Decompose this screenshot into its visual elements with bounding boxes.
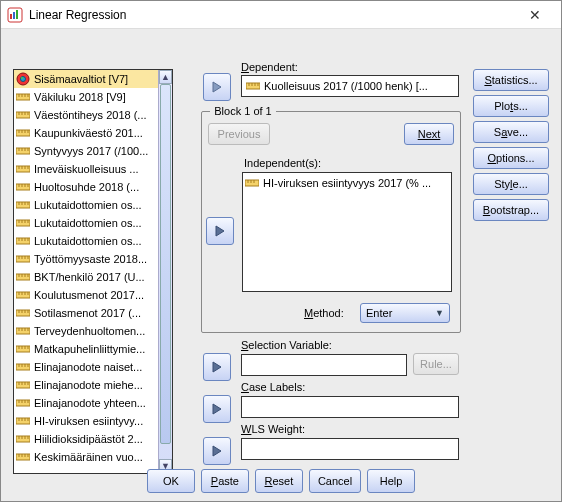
svg-rect-117 [245, 180, 259, 186]
move-to-wls-button[interactable] [203, 437, 231, 465]
bottom-button-bar: OK Paste Reset Cancel Help [1, 469, 561, 493]
scale-icon [16, 182, 30, 192]
svg-rect-2 [13, 12, 15, 19]
independent-label: Independent(s): [244, 157, 321, 169]
variable-list[interactable]: Sisämaavaltiot [V7]Väkiluku 2018 [V9]Väe… [13, 69, 173, 474]
scale-icon [16, 92, 30, 102]
scale-icon [16, 200, 30, 210]
chevron-down-icon: ▼ [435, 308, 444, 318]
selection-variable-label: Selection Variable: [241, 339, 332, 351]
cancel-button[interactable]: Cancel [309, 469, 361, 493]
scale-icon [16, 164, 30, 174]
scale-icon [16, 308, 30, 318]
variable-row[interactable]: Keskimääräinen vuo... [14, 448, 164, 466]
scale-icon [16, 452, 30, 462]
svg-rect-3 [16, 10, 18, 19]
wls-weight-field[interactable] [241, 438, 459, 460]
variable-row[interactable]: Elinajanodote naiset... [14, 358, 164, 376]
scale-icon [16, 434, 30, 444]
block-group: Block 1 of 1 Previous Next Independent(s… [201, 105, 461, 333]
scale-icon [16, 218, 30, 228]
scale-icon [16, 236, 30, 246]
variable-row[interactable]: Lukutaidottomien os... [14, 232, 164, 250]
statistics-button[interactable]: Statistics... [473, 69, 549, 91]
titlebar: Linear Regression ✕ [1, 1, 561, 29]
case-labels-label: Case Labels: [241, 381, 305, 393]
variable-row[interactable]: Lukutaidottomien os... [14, 214, 164, 232]
move-to-selection-button[interactable] [203, 353, 231, 381]
variable-row[interactable]: Kaupunkiväestö 201... [14, 124, 164, 142]
variable-row[interactable]: Hiilidioksidipäästöt 2... [14, 430, 164, 448]
variable-row[interactable]: Sotilasmenot 2017 (... [14, 304, 164, 322]
variable-row[interactable]: Koulutusmenot 2017... [14, 286, 164, 304]
scale-icon [16, 146, 30, 156]
variable-row[interactable]: Huoltosuhde 2018 (... [14, 178, 164, 196]
variable-row[interactable]: Matkapuhelinliittymie... [14, 340, 164, 358]
variable-row[interactable]: Elinajanodote yhteen... [14, 394, 164, 412]
svg-rect-1 [10, 14, 12, 19]
previous-button: Previous [208, 123, 270, 145]
variable-row[interactable]: BKT/henkilö 2017 (U... [14, 268, 164, 286]
case-labels-field[interactable] [241, 396, 459, 418]
scale-icon [245, 178, 259, 188]
method-combo[interactable]: Enter▼ [360, 303, 450, 323]
scrollbar[interactable]: ▲ ▼ [158, 70, 172, 473]
variable-row[interactable]: Lukutaidottomien os... [14, 196, 164, 214]
move-to-dependent-button[interactable] [203, 73, 231, 101]
scale-icon [16, 290, 30, 300]
dependent-value: Kuolleisuus 2017 (/1000 henk) [... [264, 80, 428, 92]
move-to-caselabels-button[interactable] [203, 395, 231, 423]
style-button[interactable]: Style... [473, 173, 549, 195]
variable-row[interactable]: Sisämaavaltiot [V7] [14, 70, 164, 88]
scale-icon [16, 398, 30, 408]
move-to-independent-button[interactable] [206, 217, 234, 245]
next-button[interactable]: Next [404, 123, 454, 145]
svg-point-6 [21, 77, 23, 79]
scale-icon [16, 128, 30, 138]
window-title: Linear Regression [29, 8, 515, 22]
plots-button[interactable]: Plots... [473, 95, 549, 117]
dependent-field[interactable]: Kuolleisuus 2017 (/1000 henk) [... [241, 75, 459, 97]
ok-button[interactable]: OK [147, 469, 195, 493]
independent-item[interactable]: HI-viruksen esiintyvyys 2017 (% ... [245, 175, 449, 191]
variable-row[interactable]: HI-viruksen esiintyvy... [14, 412, 164, 430]
variable-row[interactable]: Väestöntiheys 2018 (... [14, 106, 164, 124]
bootstrap-button[interactable]: Bootstrap... [473, 199, 549, 221]
paste-button[interactable]: Paste [201, 469, 249, 493]
scale-icon [16, 416, 30, 426]
scroll-up-button[interactable]: ▲ [159, 70, 172, 84]
scroll-thumb[interactable] [160, 84, 171, 444]
scale-icon [16, 326, 30, 336]
scale-icon [16, 254, 30, 264]
scale-icon [16, 110, 30, 120]
variable-row[interactable]: Elinajanodote miehe... [14, 376, 164, 394]
scale-icon [16, 362, 30, 372]
variable-row[interactable]: Väkiluku 2018 [V9] [14, 88, 164, 106]
variable-row[interactable]: Terveydenhuoltomen... [14, 322, 164, 340]
variable-row[interactable]: Syntyvyys 2017 (/100... [14, 142, 164, 160]
close-button[interactable]: ✕ [515, 2, 555, 28]
independent-list[interactable]: HI-viruksen esiintyvyys 2017 (% ... [242, 172, 452, 292]
nominal-icon [16, 72, 30, 86]
scale-icon [16, 344, 30, 354]
scale-icon [16, 380, 30, 390]
scale-icon [246, 81, 260, 91]
method-label: Method: [304, 307, 344, 319]
dependent-label: Dependent: [241, 61, 298, 73]
help-button[interactable]: Help [367, 469, 415, 493]
options-button[interactable]: Options... [473, 147, 549, 169]
variable-row[interactable]: Työttömyysaste 2018... [14, 250, 164, 268]
selection-variable-field[interactable] [241, 354, 407, 376]
svg-point-5 [21, 77, 26, 82]
block-legend: Block 1 of 1 [210, 105, 275, 117]
variable-row[interactable]: Imeväiskuolleisuus ... [14, 160, 164, 178]
rule-button: Rule... [413, 353, 459, 375]
app-icon [7, 7, 23, 23]
scale-icon [16, 272, 30, 282]
save-button[interactable]: Save... [473, 121, 549, 143]
reset-button[interactable]: Reset [255, 469, 303, 493]
wls-weight-label: WLS Weight: [241, 423, 305, 435]
